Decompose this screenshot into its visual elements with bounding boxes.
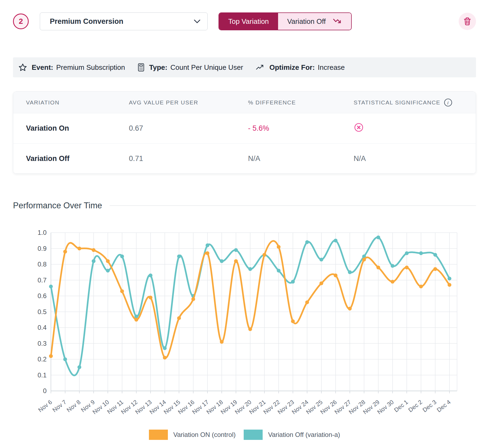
toggle-variation-off-label: Variation Off: [287, 17, 326, 26]
table-row: Variation Off 0.71 N/A N/A: [13, 143, 476, 173]
event-label: Event:: [32, 63, 53, 72]
step-number-badge: 2: [13, 14, 29, 29]
col-difference: % DIFFERENCE: [235, 99, 341, 106]
legend-item-variation-off: Variation Off (variation-a): [244, 430, 340, 440]
trending-down-zigzag-icon: [333, 18, 342, 25]
metric-dropdown-value: Premium Conversion: [50, 17, 123, 26]
type-info: Type: Count Per Unique User: [138, 63, 243, 72]
row-variation-name: Variation Off: [13, 154, 116, 163]
svg-text:Nov 7: Nov 7: [51, 398, 68, 413]
legend-item-variation-on: Variation ON (control): [149, 430, 236, 440]
svg-text:0.4: 0.4: [38, 324, 47, 331]
event-value: Premium Subscription: [56, 63, 125, 72]
top-control-row: 2 Premium Conversion Top Variation Varia…: [13, 12, 476, 31]
col-significance: STATISTICAL SIGNIFICANCE i: [341, 98, 476, 107]
chart-section-title: Performance Over Time: [13, 201, 102, 210]
svg-text:0.6: 0.6: [38, 292, 47, 299]
toggle-top-variation[interactable]: Top Variation: [219, 13, 278, 30]
event-info: Event: Premium Subscription: [18, 63, 125, 72]
chart-section-header: Performance Over Time: [13, 201, 476, 210]
col-significance-label: STATISTICAL SIGNIFICANCE: [354, 99, 440, 106]
svg-text:Nov 8: Nov 8: [66, 398, 82, 413]
legend-swatch-orange: [149, 430, 168, 440]
svg-text:Dec 4: Dec 4: [435, 398, 452, 413]
svg-text:0.3: 0.3: [38, 340, 47, 347]
col-avg-value: AVG VALUE PER USER: [116, 99, 235, 106]
table-header-row: VARIATION AVG VALUE PER USER % DIFFERENC…: [13, 92, 476, 113]
chevron-down-icon: [194, 19, 200, 24]
row-significance: [341, 122, 476, 134]
svg-text:0.7: 0.7: [38, 276, 47, 284]
svg-text:Dec 3: Dec 3: [421, 398, 438, 413]
delete-metric-button[interactable]: [459, 13, 476, 30]
row-difference: N/A: [235, 154, 341, 163]
legend-swatch-teal: [244, 430, 263, 440]
optimize-label: Optimize For:: [269, 63, 315, 72]
svg-text:Dec 2: Dec 2: [407, 398, 423, 413]
svg-text:Nov 6: Nov 6: [37, 398, 53, 413]
section-divider: [110, 205, 476, 206]
svg-text:Dec 1: Dec 1: [393, 398, 409, 413]
row-avg-value: 0.71: [116, 154, 235, 163]
table-row: Variation On 0.67 - 5.6%: [13, 113, 476, 143]
svg-text:i: i: [448, 100, 449, 106]
row-difference: - 5.6%: [235, 124, 341, 133]
experiment-results-panel: 2 Premium Conversion Top Variation Varia…: [0, 12, 489, 440]
svg-text:0.9: 0.9: [38, 245, 47, 252]
svg-text:Nov 30: Nov 30: [376, 398, 395, 416]
star-icon: [18, 63, 27, 72]
row-significance: N/A: [341, 154, 476, 163]
toggle-variation-off[interactable]: Variation Off: [278, 13, 351, 30]
metric-info-bar: Event: Premium Subscription Type: Count …: [13, 57, 476, 77]
trending-up-icon: [256, 64, 265, 71]
trash-icon: [463, 17, 471, 26]
performance-line-chart: Nov 6Nov 7Nov 8Nov 9Nov 10Nov 11Nov 12No…: [13, 227, 476, 448]
optimize-value: Increase: [318, 63, 345, 72]
svg-text:0.2: 0.2: [38, 355, 47, 363]
type-value: Count Per Unique User: [170, 63, 243, 72]
legend-label: Variation Off (variation-a): [268, 431, 340, 439]
info-icon[interactable]: i: [444, 98, 453, 107]
row-avg-value: 0.67: [116, 124, 235, 133]
svg-text:Nov 10: Nov 10: [91, 398, 110, 416]
svg-text:0.5: 0.5: [38, 308, 47, 315]
calculator-icon: [138, 63, 145, 72]
svg-text:0.8: 0.8: [38, 261, 47, 268]
optimize-info: Optimize For: Increase: [256, 63, 345, 72]
variation-toggle-group: Top Variation Variation Off: [219, 12, 352, 30]
svg-text:0: 0: [43, 387, 47, 394]
svg-text:0.1: 0.1: [38, 371, 47, 379]
performance-chart: Nov 6Nov 7Nov 8Nov 9Nov 10Nov 11Nov 12No…: [13, 227, 476, 440]
legend-label: Variation ON (control): [173, 431, 236, 439]
svg-text:1.0: 1.0: [38, 229, 47, 236]
results-table: VARIATION AVG VALUE PER USER % DIFFERENC…: [13, 91, 476, 174]
not-significant-icon: [354, 122, 364, 133]
type-label: Type:: [149, 63, 167, 72]
col-variation: VARIATION: [13, 99, 116, 106]
metric-dropdown[interactable]: Premium Conversion: [40, 12, 208, 30]
row-variation-name: Variation On: [13, 124, 116, 133]
